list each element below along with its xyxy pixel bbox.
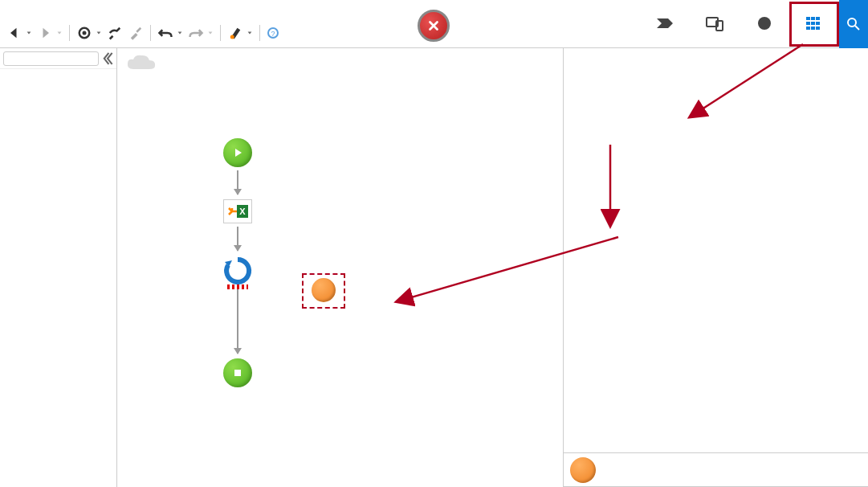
svg-rect-9 (811, 17, 815, 20)
logic-icon (755, 15, 774, 31)
action-icon (312, 278, 336, 302)
data-tree[interactable] (564, 48, 868, 452)
right-panel (563, 48, 868, 487)
tab-interface[interactable] (690, 2, 740, 47)
svg-point-2 (230, 35, 234, 39)
svg-rect-20 (234, 370, 241, 376)
tab-data[interactable] (789, 2, 839, 47)
svg-text:?: ? (271, 30, 275, 38)
tab-logic[interactable] (740, 2, 789, 47)
stop-publish-button[interactable] (418, 10, 450, 42)
svg-rect-14 (806, 27, 810, 30)
undo-dropdown[interactable] (177, 30, 183, 36)
processes-icon (655, 15, 674, 31)
gear-icon[interactable] (76, 25, 92, 41)
action-icon (570, 457, 596, 483)
global-search-button[interactable] (839, 0, 868, 48)
interface-icon (705, 15, 724, 31)
start-node[interactable] (223, 138, 252, 167)
gear-dropdown[interactable] (96, 30, 102, 36)
svg-rect-16 (816, 27, 820, 30)
toolbox-panel (0, 48, 117, 487)
undo-icon[interactable] (157, 25, 173, 41)
back-button[interactable] (6, 25, 22, 41)
cloud-icon (125, 53, 157, 74)
properties-header (564, 452, 868, 486)
svg-rect-11 (806, 22, 810, 25)
svg-rect-10 (816, 17, 820, 20)
redo-icon[interactable] (188, 25, 204, 41)
tab-processes[interactable] (640, 2, 690, 47)
plug-icon[interactable] (107, 25, 123, 41)
end-node[interactable] (223, 358, 252, 387)
brush-icon[interactable] (128, 25, 144, 41)
svg-rect-15 (811, 27, 815, 30)
back-dropdown[interactable] (26, 30, 32, 36)
svg-point-17 (848, 18, 856, 27)
redo-dropdown[interactable] (207, 30, 214, 36)
excel-to-recordlist-node[interactable]: X (223, 199, 252, 223)
spotlight-dropdown[interactable] (247, 30, 253, 36)
svg-point-7 (758, 17, 771, 30)
svg-point-1 (83, 31, 87, 35)
ask-question-input[interactable]: ? (267, 27, 283, 39)
svg-text:X: X (239, 207, 246, 216)
data-icon (805, 15, 824, 31)
svg-rect-12 (811, 22, 815, 25)
spotlight-icon[interactable] (227, 25, 243, 41)
toolbox-collapse-button[interactable] (102, 51, 113, 66)
svg-rect-8 (806, 17, 810, 20)
drag-ghost-create-employee[interactable] (302, 273, 345, 309)
foreach-node[interactable] (222, 256, 253, 286)
forward-dropdown[interactable] (56, 30, 63, 36)
svg-rect-13 (816, 22, 820, 25)
flow-canvas[interactable]: X (117, 48, 563, 487)
forward-button[interactable] (37, 25, 53, 41)
toolbox-search-input[interactable] (3, 51, 99, 66)
app-tabs (640, 0, 868, 48)
